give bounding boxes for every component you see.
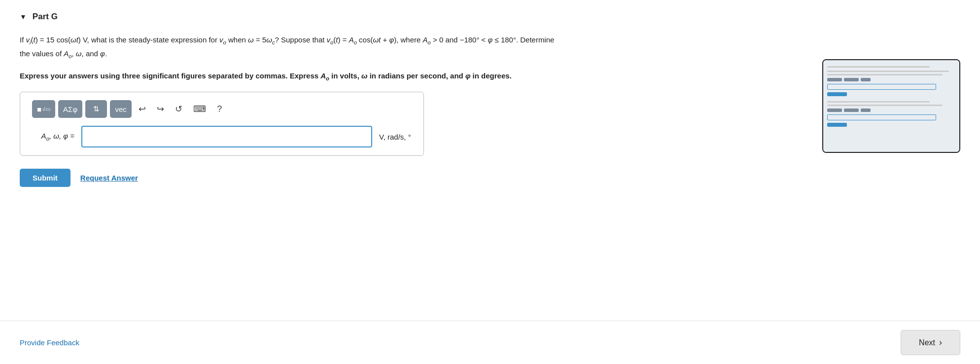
refresh-icon: ↺	[175, 104, 182, 114]
input-row: Ao, ω, φ = V, rad/s, °	[30, 126, 414, 147]
math-toolbar: ■ √▭ ΑΣφ ⇅ vec ↩ ↪ ↺ ⌨	[30, 100, 414, 118]
provide-feedback-link[interactable]: Provide Feedback	[20, 338, 79, 347]
request-answer-button[interactable]: Request Answer	[80, 174, 138, 182]
next-label: Next	[919, 338, 935, 347]
keyboard-button[interactable]: ⌨	[189, 100, 210, 118]
next-arrow-icon: ›	[939, 337, 942, 348]
redo-button[interactable]: ↪	[153, 100, 168, 118]
undo-button[interactable]: ↩	[135, 100, 150, 118]
redo-icon: ↪	[157, 104, 164, 114]
input-label: Ao, ω, φ =	[30, 132, 74, 142]
collapse-arrow-icon[interactable]: ▼	[20, 13, 27, 21]
vec-label: vec	[115, 105, 126, 113]
part-title: Part G	[33, 12, 58, 22]
template-button[interactable]: ■ √▭	[32, 100, 55, 118]
arrows-icon: ⇅	[93, 105, 100, 113]
vec-button[interactable]: vec	[110, 100, 132, 118]
problem-text: If vi(t) = 15 cos(ωt) V, what is the ste…	[20, 34, 562, 61]
greek-button[interactable]: ΑΣφ	[58, 100, 82, 118]
template-sqrt-icon: √▭	[42, 106, 50, 112]
preview-thumbnail	[822, 59, 960, 153]
help-button[interactable]: ?	[213, 100, 226, 118]
arrows-button[interactable]: ⇅	[85, 100, 107, 118]
answer-box: ■ √▭ ΑΣφ ⇅ vec ↩ ↪ ↺ ⌨	[20, 92, 424, 156]
keyboard-icon: ⌨	[193, 104, 206, 114]
next-button[interactable]: Next ›	[901, 330, 960, 355]
greek-label: ΑΣφ	[63, 105, 77, 113]
undo-icon: ↩	[139, 104, 146, 114]
refresh-button[interactable]: ↺	[171, 100, 186, 118]
answer-input[interactable]	[81, 126, 372, 147]
template-icon: ■	[37, 105, 41, 113]
preview-inner	[823, 60, 959, 152]
help-icon: ?	[217, 104, 222, 114]
instruction-text: Express your answers using three signifi…	[20, 70, 562, 83]
part-header: ▼ Part G	[20, 12, 769, 22]
bottom-bar: Provide Feedback Next ›	[0, 321, 980, 364]
actions-row: Submit Request Answer	[20, 169, 769, 187]
submit-button[interactable]: Submit	[20, 169, 70, 187]
unit-label: V, rad/s, °	[379, 133, 411, 141]
